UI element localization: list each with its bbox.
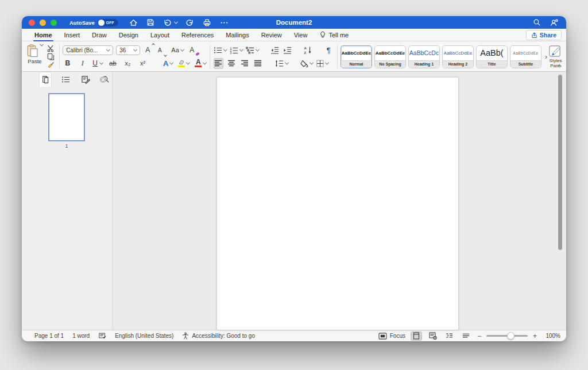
grow-font-button[interactable]: A bbox=[144, 45, 154, 56]
highlight-button[interactable] bbox=[178, 58, 189, 69]
document-page[interactable] bbox=[216, 77, 459, 330]
autosave-control[interactable]: AutoSave OFF bbox=[69, 19, 118, 26]
more-commands-icon[interactable] bbox=[219, 17, 229, 28]
zoom-window-button[interactable] bbox=[51, 20, 57, 26]
font-name-select[interactable]: Calibri (Bo... bbox=[63, 45, 113, 55]
zoom-level[interactable]: 100% bbox=[542, 333, 560, 339]
tab-view[interactable]: View bbox=[294, 29, 308, 41]
presence-people-icon[interactable] bbox=[550, 17, 559, 28]
style-normal[interactable]: AaBbCcDdEe Normal bbox=[341, 45, 372, 68]
redo-icon[interactable] bbox=[185, 17, 195, 28]
desktop-background: AutoSave OFF bbox=[0, 0, 588, 370]
collapse-ribbon-button[interactable] bbox=[554, 60, 564, 71]
tab-draw[interactable]: Draw bbox=[92, 29, 107, 41]
more-styles-chevron-icon[interactable]: › bbox=[545, 53, 547, 61]
svg-text:A: A bbox=[304, 47, 307, 50]
copy-icon[interactable] bbox=[46, 52, 56, 60]
font-size-select[interactable]: 36 bbox=[116, 45, 140, 55]
style-subtitle[interactable]: AaBbCcDdEe Subtitle bbox=[510, 45, 541, 68]
sort-button[interactable]: AZ bbox=[303, 45, 313, 56]
vertical-scrollbar[interactable] bbox=[558, 75, 562, 250]
format-painter-icon[interactable] bbox=[46, 61, 56, 69]
zoom-out-button[interactable]: − bbox=[477, 332, 481, 340]
italic-button[interactable]: I bbox=[78, 58, 87, 69]
tell-me-control[interactable]: Tell me bbox=[319, 31, 349, 38]
print-icon[interactable] bbox=[202, 17, 212, 28]
superscript-button[interactable]: x² bbox=[138, 58, 148, 69]
cut-icon[interactable] bbox=[46, 44, 56, 52]
increase-indent-button[interactable] bbox=[283, 45, 292, 56]
font-color-button[interactable]: A bbox=[195, 58, 206, 69]
spellcheck-icon[interactable] bbox=[98, 332, 106, 340]
font-size-value: 36 bbox=[119, 47, 126, 53]
zoom-slider[interactable] bbox=[486, 335, 528, 337]
paste-button[interactable]: Paste bbox=[26, 44, 43, 70]
numbering-chevron-icon bbox=[239, 47, 243, 51]
page-count-status[interactable]: Page 1 of 1 bbox=[34, 333, 64, 339]
tab-home[interactable]: Home bbox=[34, 29, 52, 41]
change-case-button[interactable]: Aa bbox=[171, 45, 183, 56]
home-icon[interactable] bbox=[129, 17, 138, 28]
style-sample: AaBbCcDc bbox=[409, 46, 439, 60]
align-right-button[interactable] bbox=[240, 58, 250, 69]
focus-mode-button[interactable]: Focus bbox=[378, 333, 405, 340]
web-layout-view-button[interactable] bbox=[427, 332, 439, 341]
justify-button[interactable] bbox=[253, 58, 263, 69]
status-left: Page 1 of 1 1 word English (United State… bbox=[34, 332, 255, 340]
tab-mailings[interactable]: Mailings bbox=[226, 29, 249, 41]
decrease-indent-button[interactable] bbox=[270, 45, 280, 56]
minimize-window-button[interactable] bbox=[40, 20, 46, 26]
style-heading-2[interactable]: AaBbCcDdEe Heading 2 bbox=[442, 45, 474, 68]
save-icon[interactable] bbox=[146, 17, 156, 28]
tab-references[interactable]: References bbox=[181, 29, 214, 41]
outline-view-button[interactable] bbox=[444, 332, 455, 341]
accessibility-status[interactable]: Accessibility: Good to go bbox=[182, 332, 255, 340]
align-left-button[interactable] bbox=[214, 58, 223, 69]
bullets-button[interactable] bbox=[214, 45, 227, 56]
word-count-status[interactable]: 1 word bbox=[72, 333, 90, 339]
shading-button[interactable] bbox=[300, 58, 313, 69]
paste-dropdown-chevron-icon[interactable] bbox=[40, 43, 44, 47]
line-spacing-button[interactable] bbox=[275, 58, 288, 69]
borders-button[interactable] bbox=[316, 58, 328, 69]
reviewing-pane-tab[interactable] bbox=[79, 72, 92, 87]
page-thumbnail[interactable] bbox=[48, 93, 85, 141]
close-window-button[interactable] bbox=[29, 20, 35, 26]
text-effects-button[interactable]: A bbox=[163, 58, 173, 69]
undo-icon[interactable] bbox=[163, 17, 177, 28]
show-paragraph-marks-button[interactable]: ¶ bbox=[324, 45, 334, 56]
style-name: Title bbox=[477, 60, 507, 68]
quick-access-toolbar bbox=[129, 17, 229, 28]
clear-formatting-button[interactable]: A bbox=[189, 45, 199, 56]
subscript-button[interactable]: x₂ bbox=[123, 58, 133, 69]
tab-layout[interactable]: Layout bbox=[150, 29, 169, 41]
zoom-slider-knob[interactable] bbox=[507, 332, 514, 340]
style-heading-1[interactable]: AaBbCcDc Heading 1 bbox=[408, 45, 440, 68]
search-icon[interactable] bbox=[532, 17, 541, 28]
multilevel-list-button[interactable] bbox=[246, 45, 259, 56]
tab-insert[interactable]: Insert bbox=[64, 29, 80, 41]
strikethrough-button[interactable]: ab bbox=[108, 58, 118, 69]
zoom-in-button[interactable]: + bbox=[533, 332, 537, 340]
style-no-spacing[interactable]: AaBbCcDdEe No Spacing bbox=[374, 45, 406, 68]
close-pane-icon[interactable] bbox=[99, 75, 107, 86]
share-button[interactable]: Share bbox=[526, 30, 562, 40]
bold-button[interactable]: B bbox=[63, 58, 72, 69]
style-title[interactable]: AaBb( Title bbox=[476, 45, 508, 68]
draft-view-button[interactable] bbox=[461, 332, 472, 341]
shrink-font-button[interactable]: A bbox=[156, 45, 166, 56]
language-status[interactable]: English (United States) bbox=[115, 333, 173, 339]
numbering-button[interactable]: 123 bbox=[230, 45, 243, 56]
highlighter-icon bbox=[178, 60, 185, 67]
tab-review[interactable]: Review bbox=[261, 29, 282, 41]
thumbnails-tab[interactable] bbox=[39, 72, 52, 87]
autosave-toggle[interactable]: OFF bbox=[98, 19, 118, 26]
undo-dropdown-chevron-icon[interactable] bbox=[174, 20, 178, 24]
accessibility-label: Accessibility: Good to go bbox=[192, 333, 255, 339]
grow-font-caret-icon bbox=[152, 43, 155, 47]
underline-button[interactable]: U bbox=[92, 58, 103, 69]
print-layout-view-button[interactable] bbox=[411, 332, 422, 341]
document-map-tab[interactable] bbox=[59, 72, 72, 87]
align-center-button[interactable] bbox=[227, 58, 237, 69]
tab-design[interactable]: Design bbox=[119, 29, 138, 41]
